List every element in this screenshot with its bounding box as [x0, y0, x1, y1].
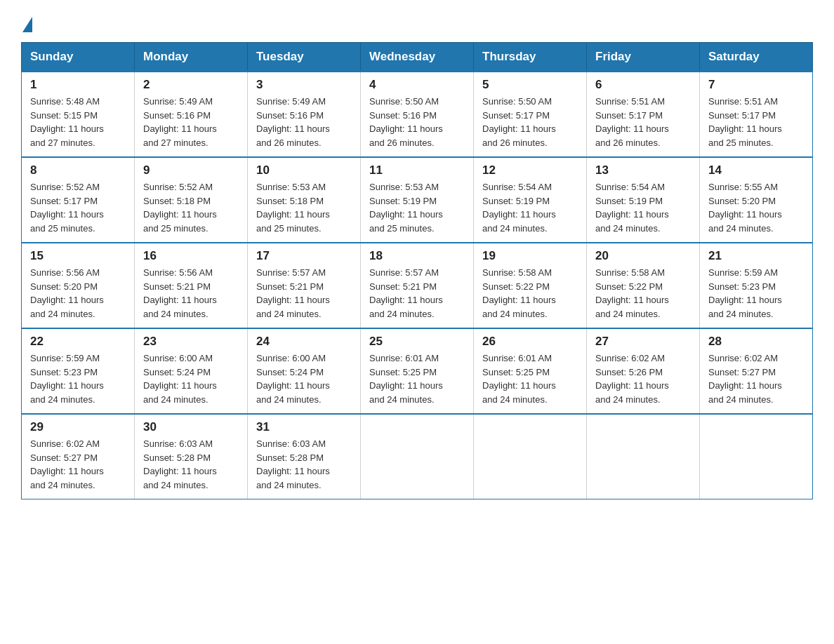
calendar-cell: 14 Sunrise: 5:55 AM Sunset: 5:20 PM Dayl… — [700, 157, 813, 243]
day-number: 6 — [595, 78, 692, 92]
day-info: Sunrise: 6:01 AM Sunset: 5:25 PM Dayligh… — [369, 351, 466, 406]
calendar-cell: 16 Sunrise: 5:56 AM Sunset: 5:21 PM Dayl… — [135, 243, 248, 328]
calendar-cell: 2 Sunrise: 5:49 AM Sunset: 5:16 PM Dayli… — [135, 72, 248, 157]
day-number: 19 — [482, 249, 579, 263]
day-info: Sunrise: 5:52 AM Sunset: 5:18 PM Dayligh… — [143, 180, 240, 235]
calendar-table: SundayMondayTuesdayWednesdayThursdayFrid… — [21, 42, 813, 499]
calendar-week-row: 29 Sunrise: 6:02 AM Sunset: 5:27 PM Dayl… — [22, 414, 813, 499]
day-number: 25 — [369, 335, 466, 349]
col-header-tuesday: Tuesday — [248, 43, 361, 72]
day-number: 29 — [30, 420, 127, 434]
calendar-cell: 23 Sunrise: 6:00 AM Sunset: 5:24 PM Dayl… — [135, 328, 248, 414]
day-info: Sunrise: 5:50 AM Sunset: 5:17 PM Dayligh… — [482, 95, 579, 149]
day-number: 26 — [482, 335, 579, 349]
day-info: Sunrise: 5:55 AM Sunset: 5:20 PM Dayligh… — [708, 180, 805, 235]
day-info: Sunrise: 5:53 AM Sunset: 5:19 PM Dayligh… — [369, 180, 466, 235]
day-number: 4 — [369, 78, 466, 92]
calendar-cell: 9 Sunrise: 5:52 AM Sunset: 5:18 PM Dayli… — [135, 157, 248, 243]
day-info: Sunrise: 5:54 AM Sunset: 5:19 PM Dayligh… — [482, 180, 579, 235]
calendar-cell: 21 Sunrise: 5:59 AM Sunset: 5:23 PM Dayl… — [700, 243, 813, 328]
calendar-cell — [700, 414, 813, 499]
day-info: Sunrise: 5:49 AM Sunset: 5:16 PM Dayligh… — [256, 95, 353, 149]
calendar-cell: 6 Sunrise: 5:51 AM Sunset: 5:17 PM Dayli… — [587, 72, 700, 157]
calendar-cell: 1 Sunrise: 5:48 AM Sunset: 5:15 PM Dayli… — [22, 72, 135, 157]
day-info: Sunrise: 5:57 AM Sunset: 5:21 PM Dayligh… — [369, 266, 466, 321]
day-info: Sunrise: 6:02 AM Sunset: 5:27 PM Dayligh… — [708, 351, 805, 406]
day-number: 24 — [256, 335, 353, 349]
calendar-cell: 11 Sunrise: 5:53 AM Sunset: 5:19 PM Dayl… — [361, 157, 474, 243]
day-info: Sunrise: 5:58 AM Sunset: 5:22 PM Dayligh… — [482, 266, 579, 321]
day-info: Sunrise: 5:56 AM Sunset: 5:21 PM Dayligh… — [143, 266, 240, 321]
calendar-cell: 25 Sunrise: 6:01 AM Sunset: 5:25 PM Dayl… — [361, 328, 474, 414]
day-info: Sunrise: 5:59 AM Sunset: 5:23 PM Dayligh… — [708, 266, 805, 321]
calendar-cell: 22 Sunrise: 5:59 AM Sunset: 5:23 PM Dayl… — [22, 328, 135, 414]
day-number: 20 — [595, 249, 692, 263]
day-info: Sunrise: 5:56 AM Sunset: 5:20 PM Dayligh… — [30, 266, 127, 321]
day-number: 23 — [143, 335, 240, 349]
day-info: Sunrise: 5:50 AM Sunset: 5:16 PM Dayligh… — [369, 95, 466, 149]
day-info: Sunrise: 5:48 AM Sunset: 5:15 PM Dayligh… — [30, 95, 127, 149]
col-header-thursday: Thursday — [474, 43, 587, 72]
day-info: Sunrise: 5:57 AM Sunset: 5:21 PM Dayligh… — [256, 266, 353, 321]
day-number: 27 — [595, 335, 692, 349]
day-number: 2 — [143, 78, 240, 92]
day-number: 7 — [708, 78, 805, 92]
calendar-cell — [361, 414, 474, 499]
calendar-cell: 29 Sunrise: 6:02 AM Sunset: 5:27 PM Dayl… — [22, 414, 135, 499]
col-header-friday: Friday — [587, 43, 700, 72]
calendar-cell: 17 Sunrise: 5:57 AM Sunset: 5:21 PM Dayl… — [248, 243, 361, 328]
day-info: Sunrise: 5:51 AM Sunset: 5:17 PM Dayligh… — [708, 95, 805, 149]
day-number: 10 — [256, 163, 353, 177]
logo — [21, 14, 34, 29]
calendar-cell: 10 Sunrise: 5:53 AM Sunset: 5:18 PM Dayl… — [248, 157, 361, 243]
calendar-cell: 28 Sunrise: 6:02 AM Sunset: 5:27 PM Dayl… — [700, 328, 813, 414]
day-number: 18 — [369, 249, 466, 263]
day-info: Sunrise: 6:02 AM Sunset: 5:27 PM Dayligh… — [30, 437, 127, 492]
day-number: 11 — [369, 163, 466, 177]
day-number: 13 — [595, 163, 692, 177]
day-number: 16 — [143, 249, 240, 263]
calendar-week-row: 8 Sunrise: 5:52 AM Sunset: 5:17 PM Dayli… — [22, 157, 813, 243]
day-info: Sunrise: 6:03 AM Sunset: 5:28 PM Dayligh… — [143, 437, 240, 492]
day-info: Sunrise: 5:58 AM Sunset: 5:22 PM Dayligh… — [595, 266, 692, 321]
logo-triangle-icon — [22, 17, 32, 32]
day-number: 3 — [256, 78, 353, 92]
day-info: Sunrise: 5:53 AM Sunset: 5:18 PM Dayligh… — [256, 180, 353, 235]
day-info: Sunrise: 5:51 AM Sunset: 5:17 PM Dayligh… — [595, 95, 692, 149]
calendar-cell: 8 Sunrise: 5:52 AM Sunset: 5:17 PM Dayli… — [22, 157, 135, 243]
day-info: Sunrise: 5:54 AM Sunset: 5:19 PM Dayligh… — [595, 180, 692, 235]
day-number: 8 — [30, 163, 127, 177]
calendar-cell: 13 Sunrise: 5:54 AM Sunset: 5:19 PM Dayl… — [587, 157, 700, 243]
day-number: 15 — [30, 249, 127, 263]
day-number: 17 — [256, 249, 353, 263]
calendar-cell: 24 Sunrise: 6:00 AM Sunset: 5:24 PM Dayl… — [248, 328, 361, 414]
calendar-week-row: 22 Sunrise: 5:59 AM Sunset: 5:23 PM Dayl… — [22, 328, 813, 414]
col-header-saturday: Saturday — [700, 43, 813, 72]
day-info: Sunrise: 6:00 AM Sunset: 5:24 PM Dayligh… — [256, 351, 353, 406]
day-info: Sunrise: 6:02 AM Sunset: 5:26 PM Dayligh… — [595, 351, 692, 406]
calendar-cell: 26 Sunrise: 6:01 AM Sunset: 5:25 PM Dayl… — [474, 328, 587, 414]
calendar-cell: 7 Sunrise: 5:51 AM Sunset: 5:17 PM Dayli… — [700, 72, 813, 157]
day-number: 12 — [482, 163, 579, 177]
page-header — [21, 14, 813, 29]
day-number: 1 — [30, 78, 127, 92]
day-number: 9 — [143, 163, 240, 177]
col-header-monday: Monday — [135, 43, 248, 72]
calendar-cell — [587, 414, 700, 499]
calendar-cell: 27 Sunrise: 6:02 AM Sunset: 5:26 PM Dayl… — [587, 328, 700, 414]
calendar-cell: 3 Sunrise: 5:49 AM Sunset: 5:16 PM Dayli… — [248, 72, 361, 157]
day-number: 14 — [708, 163, 805, 177]
calendar-cell: 19 Sunrise: 5:58 AM Sunset: 5:22 PM Dayl… — [474, 243, 587, 328]
col-header-sunday: Sunday — [22, 43, 135, 72]
calendar-week-row: 15 Sunrise: 5:56 AM Sunset: 5:20 PM Dayl… — [22, 243, 813, 328]
calendar-cell: 12 Sunrise: 5:54 AM Sunset: 5:19 PM Dayl… — [474, 157, 587, 243]
calendar-cell: 18 Sunrise: 5:57 AM Sunset: 5:21 PM Dayl… — [361, 243, 474, 328]
day-number: 28 — [708, 335, 805, 349]
day-number: 31 — [256, 420, 353, 434]
calendar-cell: 4 Sunrise: 5:50 AM Sunset: 5:16 PM Dayli… — [361, 72, 474, 157]
calendar-cell: 30 Sunrise: 6:03 AM Sunset: 5:28 PM Dayl… — [135, 414, 248, 499]
day-number: 5 — [482, 78, 579, 92]
day-info: Sunrise: 6:00 AM Sunset: 5:24 PM Dayligh… — [143, 351, 240, 406]
calendar-cell: 5 Sunrise: 5:50 AM Sunset: 5:17 PM Dayli… — [474, 72, 587, 157]
day-number: 21 — [708, 249, 805, 263]
